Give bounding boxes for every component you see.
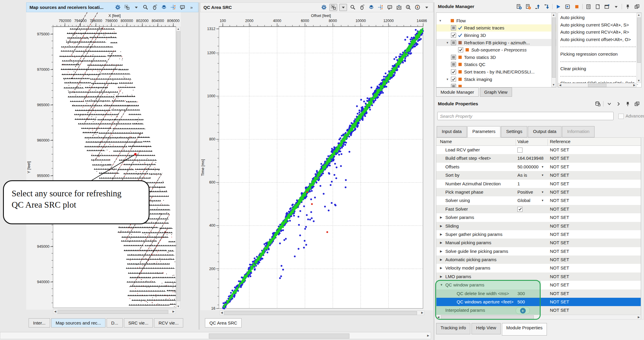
actions-vertical-scrollbar[interactable]: ▲ ▼	[637, 13, 641, 83]
compass-icon[interactable]	[414, 4, 421, 11]
property-row-number-azimuthal-direction[interactable]: Number Azimuthal Direction1NOT SET	[436, 180, 641, 188]
tab-d[interactable]: D...	[107, 318, 122, 328]
tab-settings[interactable]: Settings	[501, 126, 527, 137]
tab-help-view[interactable]: Help View	[472, 323, 500, 334]
tab-information[interactable]: Information	[562, 126, 595, 137]
value-checkbox[interactable]	[517, 207, 522, 212]
scroll-left-icon[interactable]: ◀	[436, 315, 440, 319]
move-up-icon[interactable]	[534, 3, 541, 10]
flow-item-sort-traces-by-inline-crossli[interactable]: Sort traces - by INLINE/CROSSLI...	[436, 68, 556, 76]
flow-checkbox[interactable]	[451, 55, 456, 60]
property-row-interpolated-params[interactable]: Interpolated params+NOT SET	[436, 306, 641, 314]
flow-checkbox[interactable]	[458, 47, 463, 52]
layers-icon[interactable]	[368, 4, 375, 11]
magnifier-q-icon[interactable]: Q	[405, 4, 412, 11]
expand-icon[interactable]: ▶	[440, 247, 442, 256]
property-row-manual-picking-params[interactable]: ▶Manual picking paramsNOT SET	[436, 239, 641, 247]
tab-graph-view[interactable]: Graph View	[480, 87, 512, 97]
dropdown-arrow-icon[interactable]	[133, 4, 140, 11]
property-row-velocity-model-params[interactable]: ▶Velocity model paramsNOT SET	[436, 264, 641, 272]
search-property-input[interactable]	[437, 112, 614, 120]
clipboard-icon[interactable]	[594, 3, 601, 10]
float-icon[interactable]	[633, 101, 640, 107]
property-row-build-offset-step-feet[interactable]: Build offset step <feet>164.0419948NOT S…	[436, 154, 641, 162]
property-row-super-gather-picking-params[interactable]: ▶Super gather picking paramsNOT SET	[436, 230, 641, 239]
value-checkbox[interactable]	[517, 148, 522, 153]
action-auto-picking[interactable]: Auto picking	[560, 14, 641, 21]
scroll-left-icon[interactable]: ◀	[53, 310, 57, 314]
zoom-icon[interactable]	[349, 4, 356, 11]
scroll-down-icon[interactable]: ▼	[176, 305, 180, 308]
global-horizontal-scrollbar[interactable]: ▶	[0, 332, 431, 339]
action-auto-picking-current-offset-alt-[interactable]: Auto picking current offset<Alt+, O>	[560, 36, 641, 43]
action-picking-regression-correction[interactable]: Picking regression correction	[560, 51, 641, 58]
action-clear-picking[interactable]: Clear picking	[560, 65, 641, 73]
flow-item-binning-3d[interactable]: Binning 3D	[436, 32, 556, 39]
flow-checkbox[interactable]	[451, 33, 456, 38]
tab-input-data[interactable]: Input data	[437, 126, 467, 137]
layers-icon[interactable]	[160, 4, 167, 11]
expand-icon[interactable]: ▶	[440, 230, 442, 239]
property-row-lmo-params[interactable]: ▶LMO paramsNOT SET	[436, 272, 641, 281]
flow-checkbox[interactable]	[451, 25, 456, 30]
dropdown-caret-icon[interactable]: ▼	[541, 163, 544, 171]
expand-icon[interactable]: ▶	[440, 264, 442, 272]
actions-horizontal-scrollbar[interactable]: ◀ ▶	[558, 83, 637, 87]
property-row-automatic-picking-params[interactable]: ▶Automatic picking paramsNOT SET	[436, 256, 641, 264]
flow-item-refraction-fb-picking-azimuth[interactable]: ▾Refraction FB picking - azimuth...	[436, 39, 556, 46]
tab-output-data[interactable]: Output data	[528, 126, 561, 137]
tab-module-manager[interactable]: Module Manager	[436, 87, 479, 97]
tab-tracking-info[interactable]: Tracking info	[436, 323, 470, 334]
property-row-solver-params[interactable]: ▶Solver paramsNOT SET	[436, 213, 641, 222]
dropdown-caret-icon[interactable]: ▼	[541, 171, 544, 179]
mouse-tool-icon[interactable]	[151, 4, 158, 11]
property-row-qc-windows-aperture-feet[interactable]: QC windows aperture <feet>500NOT SET	[436, 298, 641, 306]
collapse-icon[interactable]: ▼	[440, 281, 443, 289]
map-horizontal-scrollbar[interactable]: ◀ ▶	[53, 309, 176, 314]
property-value[interactable]: Global	[517, 196, 530, 205]
flow-item-tomo-statics-3d[interactable]: Tomo statics 3D	[436, 54, 556, 61]
flow-checkbox[interactable]	[451, 84, 456, 87]
tab-rcv-vie[interactable]: RCV vie...	[154, 318, 183, 328]
dropdown-caret-icon[interactable]: ▼	[541, 188, 544, 196]
flow-checkbox[interactable]	[451, 62, 456, 67]
expand-icon[interactable]: ▶	[440, 239, 442, 247]
properties-horizontal-scrollbar[interactable]: ◀ ▶	[436, 315, 641, 319]
dropdown-boxed-icon[interactable]	[339, 4, 347, 11]
expander-icon[interactable]: ▾	[445, 41, 449, 45]
action-auto-picking-current-src-alt-s[interactable]: Auto picking current SRC<Alt+, S>	[560, 21, 641, 29]
action-auto-picking-current-rcv-alt-r[interactable]: Auto picking current RCV<Alt+, R>	[560, 29, 641, 36]
property-value[interactable]: Positive	[517, 188, 533, 196]
expand-icon[interactable]: ▶	[440, 213, 442, 222]
property-value[interactable]: 50.000000	[517, 163, 539, 171]
comment-icon[interactable]	[386, 4, 393, 11]
scroll-down-icon[interactable]: ▼	[552, 83, 556, 87]
qc-scatter-plot[interactable]: Offset [feet]100200040006000800010000120…	[200, 12, 433, 310]
run-flow-icon[interactable]	[564, 3, 571, 10]
database-icon[interactable]	[594, 101, 601, 107]
remove-module-icon[interactable]	[525, 3, 532, 10]
scroll-up-icon[interactable]: ▲	[552, 13, 556, 17]
flow-item-item[interactable]	[436, 83, 556, 87]
expander-icon[interactable]: ▾	[438, 19, 442, 23]
expand-icon[interactable]: ▶	[440, 272, 442, 281]
collapse-all-icon[interactable]	[606, 101, 613, 107]
property-row-qc-delete-line-width-ms[interactable]: QC delete line width <ms>300NOT SET	[436, 289, 641, 298]
dropdown-arrow-icon[interactable]	[612, 3, 620, 10]
scroll-right-icon[interactable]: ▶	[420, 311, 424, 315]
tab-map-sources-and-rec[interactable]: Map sources and rec...	[51, 318, 106, 328]
advanced-checkbox[interactable]	[618, 114, 624, 119]
crosshair-icon[interactable]	[169, 4, 177, 11]
panel-divider[interactable]	[433, 2, 435, 340]
dropdown-arrow-icon[interactable]	[423, 4, 430, 11]
expander-icon[interactable]: ▾	[445, 77, 449, 81]
panel-divider[interactable]	[198, 2, 200, 330]
tab-module-properties[interactable]: Module Properties	[502, 323, 547, 336]
property-row-sliding[interactable]: ▶SlidingNOT SET	[436, 222, 641, 230]
float-icon[interactable]	[633, 3, 640, 10]
flow-item-sub-sequence-preprocess[interactable]: Sub-sequence - Preprocess	[436, 46, 556, 54]
tab-qc-area-src[interactable]: QC Area SRC	[205, 318, 242, 328]
property-row-fast-solver[interactable]: Fast SolverNOT SET	[436, 205, 641, 213]
crosshair-icon[interactable]	[377, 4, 384, 11]
settings-gear-icon[interactable]	[114, 4, 121, 11]
